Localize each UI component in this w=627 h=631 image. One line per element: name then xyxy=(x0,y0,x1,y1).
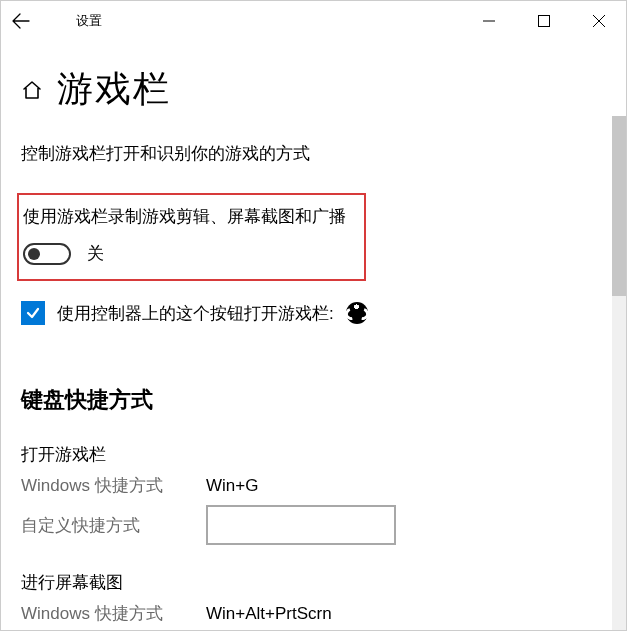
maximize-button[interactable] xyxy=(516,1,571,41)
custom-shortcut-label: 自定义快捷方式 xyxy=(21,514,206,537)
minimize-button[interactable] xyxy=(461,1,516,41)
shortcut-screenshot: 进行屏幕截图 Windows 快捷方式 Win+Alt+PrtScrn 自定义快… xyxy=(21,571,606,631)
shortcuts-section-title: 键盘快捷方式 xyxy=(21,385,606,415)
page-title: 游戏栏 xyxy=(57,65,171,114)
gamebar-toggle-state: 关 xyxy=(87,242,104,265)
page-header: 游戏栏 xyxy=(21,65,606,114)
custom-shortcut-input-open[interactable] xyxy=(206,505,396,545)
titlebar: 设置 xyxy=(1,1,626,41)
windows-shortcut-label: Windows 快捷方式 xyxy=(21,602,206,625)
highlight-annotation: 使用游戏栏录制游戏剪辑、屏幕截图和广播 关 xyxy=(17,193,366,281)
gamebar-toggle-label: 使用游戏栏录制游戏剪辑、屏幕截图和广播 xyxy=(23,205,354,228)
shortcut-open-gamebar: 打开游戏栏 Windows 快捷方式 Win+G 自定义快捷方式 xyxy=(21,443,606,545)
content: 游戏栏 控制游戏栏打开和识别你的游戏的方式 使用游戏栏录制游戏剪辑、屏幕截图和广… xyxy=(1,41,626,631)
home-icon[interactable] xyxy=(21,79,43,101)
arrow-left-icon xyxy=(12,12,30,30)
windows-shortcut-value: Win+G xyxy=(206,476,258,496)
windows-shortcut-value: Win+Alt+PrtScrn xyxy=(206,604,332,624)
check-icon xyxy=(25,305,41,321)
back-button[interactable] xyxy=(1,1,41,41)
gamebar-toggle-row: 关 xyxy=(23,242,354,265)
gamebar-toggle[interactable] xyxy=(23,243,71,265)
controller-checkbox-row: 使用控制器上的这个按钮打开游戏栏: xyxy=(21,301,606,325)
controller-checkbox[interactable] xyxy=(21,301,45,325)
maximize-icon xyxy=(538,15,550,27)
close-icon xyxy=(593,15,605,27)
window-title: 设置 xyxy=(76,12,102,30)
svg-rect-1 xyxy=(538,16,549,27)
minimize-icon xyxy=(483,15,495,27)
window-controls xyxy=(461,1,626,41)
toggle-knob xyxy=(28,248,40,260)
close-button[interactable] xyxy=(571,1,626,41)
controller-checkbox-label: 使用控制器上的这个按钮打开游戏栏: xyxy=(57,302,334,325)
windows-shortcut-label: Windows 快捷方式 xyxy=(21,474,206,497)
shortcut-open-gamebar-title: 打开游戏栏 xyxy=(21,443,606,466)
scrollbar-thumb[interactable] xyxy=(612,116,626,296)
xbox-icon xyxy=(346,302,368,324)
page-description: 控制游戏栏打开和识别你的游戏的方式 xyxy=(21,142,606,165)
scrollbar[interactable] xyxy=(612,116,626,631)
shortcut-screenshot-title: 进行屏幕截图 xyxy=(21,571,606,594)
